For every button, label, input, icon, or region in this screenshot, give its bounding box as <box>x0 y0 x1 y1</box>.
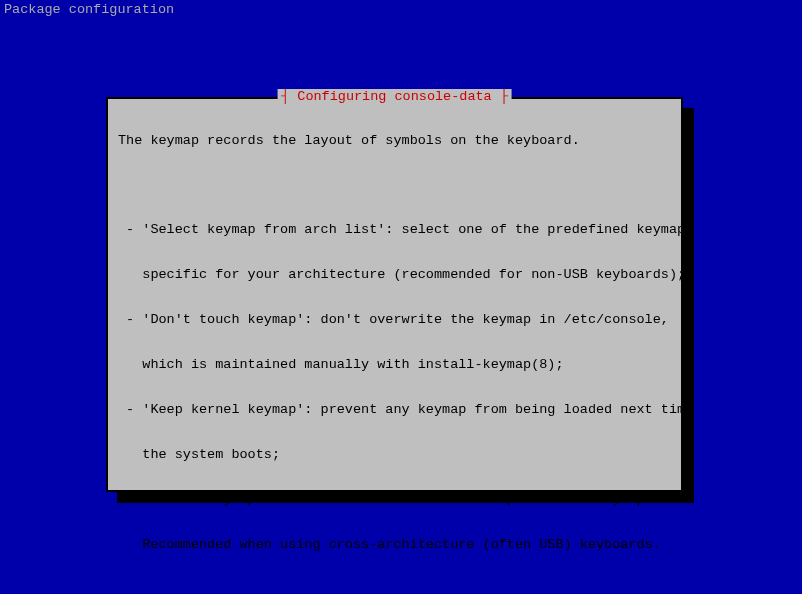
dialog-description: The keymap records the layout of symbols… <box>118 133 671 148</box>
bullet-line: the system boots; <box>118 447 671 462</box>
bullet-list: - 'Select keymap from arch list': select… <box>118 192 671 582</box>
bullet-line: - 'Select keymap from full list': list a… <box>118 492 671 507</box>
dialog-title: ┤ Configuring console-data ├ <box>277 89 512 104</box>
dialog-content: The keymap records the layout of symbols… <box>108 99 681 594</box>
config-dialog: ┤ Configuring console-data ├ The keymap … <box>106 97 683 492</box>
header-title: Package configuration <box>4 2 174 17</box>
bullet-line: specific for your architecture (recommen… <box>118 267 671 282</box>
bullet-line: - 'Select keymap from arch list': select… <box>118 222 671 237</box>
bullet-line: which is maintained manually with instal… <box>118 357 671 372</box>
page-header: Package configuration <box>0 0 802 19</box>
bullet-line: - 'Keep kernel keymap': prevent any keym… <box>118 402 671 417</box>
bullet-line: Recommended when using cross-architectur… <box>118 537 671 552</box>
bullet-line: - 'Don't touch keymap': don't overwrite … <box>118 312 671 327</box>
